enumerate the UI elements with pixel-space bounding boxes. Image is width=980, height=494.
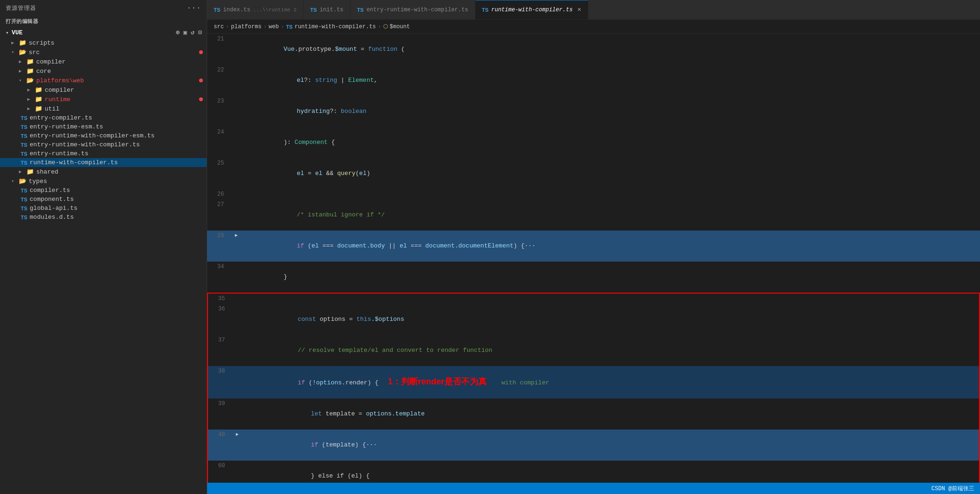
code-close28: ) {··· (514, 242, 536, 249)
code-q2: ?: (330, 108, 341, 115)
collapse-all-icon[interactable]: ⊟ (198, 29, 202, 36)
scripts-folder-icon: 📁 (19, 39, 26, 47)
vue-label: VUE (12, 29, 23, 36)
line-num-27: 27 (207, 199, 232, 210)
code-el4: el (359, 170, 367, 177)
global-api-ts-label: global-api.ts (30, 205, 77, 212)
code-line-35: 35 (208, 294, 979, 304)
tree-item-entry-runtime[interactable]: TS entry-runtime.ts (0, 149, 207, 158)
line-content-22: el?: string | Element, (241, 65, 980, 96)
tree-item-modules-d-ts[interactable]: TS modules.d.ts (0, 213, 207, 222)
code-query: query (337, 170, 355, 177)
types-label: types (29, 178, 47, 185)
code-doc28: document (337, 242, 366, 249)
code-line-36: 36 const options = this.$options (208, 304, 979, 335)
tree-item-scripts[interactable]: ▶ 📁 scripts (0, 38, 207, 48)
tree-item-entry-compiler[interactable]: TS entry-compiler.ts (0, 113, 207, 122)
line-arrow-40[interactable]: ▶ (233, 430, 242, 440)
types-folder-icon: 📂 (19, 177, 26, 185)
tab-runtime-with-compiler[interactable]: TS runtime-with-compiler.ts × (475, 0, 588, 20)
tree-item-compiler-ts[interactable]: TS compiler.ts (0, 186, 207, 195)
src-folder-icon: 📂 (19, 48, 26, 56)
code-tpl39: .template (392, 410, 425, 417)
code-line-23: 23 hydrating?: boolean (207, 96, 980, 127)
code-line-38: 38 if (!options.render) { 1：判断render是否不为… (208, 366, 979, 398)
line-content-60: } else if (el) { (242, 461, 979, 483)
vue-section-icons: ⊕ ▣ ↺ ⊟ (176, 29, 202, 36)
breadcrumb-web[interactable]: web (269, 24, 279, 30)
code-Component: Component (295, 139, 328, 146)
new-file-icon[interactable]: ⊕ (176, 29, 180, 36)
tree-item-entry-runtime-compiler[interactable]: TS entry-runtime-with-compiler.ts (0, 140, 207, 149)
line-content-39: let template = options.template (242, 398, 979, 430)
line-content-38: if (!options.render) { 1：判断render是否不为真 w… (242, 366, 979, 398)
tree-item-util[interactable]: ▶ 📁 util (0, 104, 207, 113)
types-arrow: ▾ (11, 178, 19, 184)
code-brace34: } (283, 273, 287, 280)
tree-item-platforms-runtime[interactable]: ▶ 📁 runtime (0, 95, 207, 104)
line-content-21: Vue.prototype.$mount = function ( (241, 34, 980, 65)
line-num-24: 24 (207, 127, 232, 137)
tab-entry-runtime[interactable]: TS entry-runtime-with-compiler.ts (351, 0, 475, 20)
code-if40: if (311, 441, 318, 448)
tree-item-platforms-web[interactable]: ▾ 📂 platforms\web (0, 76, 207, 85)
new-folder-icon[interactable]: ▣ (184, 29, 187, 36)
code-el2: el (297, 170, 304, 177)
tab-init-ts[interactable]: TS init.ts (304, 0, 350, 20)
code-assign: = (304, 170, 315, 177)
sidebar-more-icon[interactable]: ··· (187, 4, 201, 12)
line-num-36: 36 (208, 304, 233, 314)
code-el3: el (315, 170, 322, 177)
code-line-40: 40 ▶ if (template) {··· (208, 430, 979, 461)
code-if38p: (! (305, 379, 316, 386)
code-pipe: | (337, 77, 348, 84)
refresh-icon[interactable]: ↺ (191, 29, 194, 36)
line-num-21: 21 (207, 34, 232, 44)
breadcrumb-sep1: › (226, 24, 229, 30)
line-content-34: } (241, 262, 980, 293)
tree-item-src[interactable]: ▾ 📂 src (0, 48, 207, 57)
status-bar: CSDN @前端张三 (207, 483, 980, 494)
breadcrumb-file[interactable]: runtime-with-compiler.ts (295, 24, 376, 30)
tree-item-global-api-ts[interactable]: TS global-api.ts (0, 204, 207, 213)
code-line-34: 34 } (207, 262, 980, 293)
line-num-22: 22 (207, 65, 232, 75)
shared-folder-icon: 📁 (26, 168, 34, 175)
tree-item-shared[interactable]: ▶ 📁 shared (0, 167, 207, 176)
code-template39: template = (322, 410, 366, 417)
code-const36: const (297, 316, 316, 323)
compiler-ts-label: compiler.ts (30, 187, 70, 194)
code-eq28b: === (407, 242, 426, 249)
platforms-compiler-arrow: ▶ (27, 87, 35, 93)
code-area[interactable]: 21 Vue.prototype.$mount = function ( 22 … (207, 34, 980, 483)
tree-item-platforms-compiler[interactable]: ▶ 📁 compiler (0, 85, 207, 95)
entry-runtime-label: entry-runtime.ts (30, 150, 88, 157)
status-bar-text: CSDN @前端张三 (932, 485, 974, 493)
code-el28: el (312, 242, 319, 249)
line-arrow-28[interactable]: ▶ (232, 231, 241, 241)
src-label: src (29, 49, 40, 56)
tree-item-component-ts[interactable]: TS component.ts (0, 195, 207, 204)
tree-item-entry-runtime-compiler-esm[interactable]: TS entry-runtime-with-compiler-esm.ts (0, 131, 207, 140)
breadcrumb-mount[interactable]: $mount (390, 24, 410, 30)
tab-index-ts[interactable]: TS index.ts ...\\runtime 2 (207, 0, 304, 20)
editor-area: TS index.ts ...\\runtime 2 TS init.ts TS… (207, 0, 980, 494)
open-editors-section: 打开的编辑器 (0, 16, 207, 27)
line-num-26: 26 (207, 189, 232, 199)
code-el28b: el (400, 242, 407, 249)
tree-item-entry-runtime-esm[interactable]: TS entry-runtime-esm.ts (0, 122, 207, 131)
breadcrumb-platforms[interactable]: platforms (231, 24, 262, 30)
tree-item-core[interactable]: ▶ 📁 core (0, 66, 207, 76)
tab-rwc-close[interactable]: × (578, 6, 581, 14)
tree-item-types[interactable]: ▾ 📂 types (0, 176, 207, 186)
file-tree: ▶ 📁 scripts ▾ 📂 src ▶ 📁 compiler ▶ 📁 cor… (0, 38, 207, 222)
vue-section[interactable]: ▾ VUE ⊕ ▣ ↺ ⊟ (0, 27, 207, 38)
tree-item-compiler[interactable]: ▶ 📁 compiler (0, 57, 207, 66)
breadcrumb-src[interactable]: src (214, 24, 224, 30)
core-arrow: ▶ (19, 68, 26, 74)
line-content-23: hydrating?: boolean (241, 96, 980, 127)
code-line-28: 28 ▶ if (el === document.body || el === … (207, 231, 980, 262)
code-if28: if (297, 242, 304, 249)
tree-item-runtime-with-compiler[interactable]: TS runtime-with-compiler.ts (0, 158, 207, 167)
runtime-with-compiler-label: runtime-with-compiler.ts (30, 159, 118, 166)
